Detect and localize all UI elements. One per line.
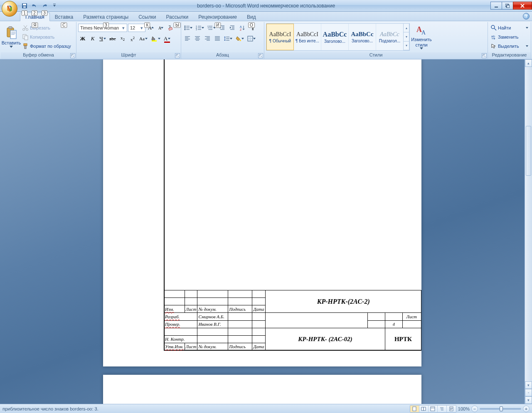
sheet-label: Лист (402, 313, 421, 320)
office-button[interactable]: Ф (2, 1, 17, 17)
view-web-layout[interactable] (429, 406, 438, 412)
tab-review[interactable]: РецензированиеИ (193, 13, 242, 21)
zoom-in-button[interactable]: + (523, 406, 530, 412)
window-controls (491, 2, 532, 10)
shrink-font-button[interactable]: A (156, 23, 165, 32)
style-heading2[interactable]: AaBbCcЗаголово... (349, 24, 376, 50)
numbering-button[interactable]: 123 (195, 23, 205, 32)
qat-save-icon[interactable]: 1 (20, 2, 29, 10)
scroll-down-button[interactable]: ▾ (525, 381, 532, 389)
svg-rect-18 (152, 40, 157, 42)
browse-object-button[interactable]: ◦ (525, 389, 532, 396)
align-justify-button[interactable] (213, 34, 222, 43)
view-print-layout[interactable] (410, 406, 419, 412)
italic-button[interactable]: К (88, 34, 97, 43)
bold-button[interactable]: Ж (78, 34, 87, 43)
minimize-button[interactable] (490, 2, 502, 10)
eraser-icon (167, 25, 174, 31)
status-bar: приблизительное число знаков borders-oo:… (0, 404, 532, 413)
next-page-button[interactable]: ▾ (525, 396, 532, 404)
zoom-slider[interactable] (480, 408, 521, 410)
style-normal[interactable]: AaBbCcI¶ Обычный (266, 24, 294, 50)
title-code-2: КР-НРТК- (2АС-02) (266, 328, 385, 350)
font-color-button[interactable]: A (163, 34, 172, 43)
page-1: КР-НРТК-(2АС-2) Изм.Лист№ докум.ПодписьД… (103, 59, 421, 366)
sheet-number: 4 (385, 320, 402, 328)
find-button[interactable]: Найти (490, 23, 530, 32)
paste-icon (5, 26, 17, 39)
borders-button[interactable] (246, 34, 257, 43)
highlight-button[interactable] (150, 34, 162, 43)
bucket-icon (236, 36, 241, 42)
scroll-thumb[interactable] (526, 126, 531, 176)
maximize-button[interactable] (502, 2, 513, 10)
tab-references[interactable]: СсылкиК (133, 13, 161, 21)
zoom-out-button[interactable]: − (471, 406, 478, 412)
style-heading1[interactable]: AaBbCcЗаголово... (321, 24, 349, 50)
increase-indent-button[interactable] (228, 23, 237, 32)
style-no-spacing[interactable]: AaBbCcI¶ Без инте... (294, 24, 321, 50)
select-button[interactable]: Выделить (490, 42, 530, 51)
view-draft[interactable] (447, 406, 456, 412)
change-styles-button[interactable]: AA Изменить стили (410, 23, 433, 51)
replace-button[interactable]: abЗаменить (490, 32, 530, 42)
styles-gallery[interactable]: AaBbCcI¶ Обычный AaBbCcI¶ Без инте... Aa… (266, 23, 410, 51)
styles-launcher[interactable] (482, 53, 487, 58)
title-code-1: КР-НРТК-(2АС-2) (266, 290, 421, 313)
qat-redo-icon[interactable]: 3 (40, 2, 49, 10)
qat-customize-dropdown[interactable] (50, 2, 59, 10)
group-label: Абзац (216, 52, 229, 57)
gallery-scroll[interactable]: ▴▾▾ (404, 24, 409, 50)
style-subtitle[interactable]: AaBbCcПодзагол... (376, 24, 404, 50)
svg-point-30 (239, 39, 241, 41)
font-launcher[interactable] (175, 53, 180, 58)
superscript-button[interactable]: x2 (128, 34, 137, 43)
svg-point-34 (491, 25, 495, 29)
change-styles-icon: AA (416, 25, 427, 36)
subscript-button[interactable]: x2 (118, 34, 127, 43)
svg-rect-39 (431, 407, 435, 411)
help-button[interactable]: ? (523, 13, 530, 20)
paragraph-launcher[interactable] (258, 53, 263, 58)
tab-view[interactable]: ВидО (242, 13, 261, 21)
clipboard-launcher[interactable] (70, 53, 75, 58)
paste-button[interactable]: Вставить (2, 23, 20, 51)
window-title: borders-oo - Microsoft Word некоммерческ… (197, 3, 335, 9)
close-button[interactable] (513, 2, 532, 10)
svg-rect-4 (53, 4, 56, 4)
group-label: Редактирование (492, 52, 527, 57)
format-painter-button[interactable]: Формат по образцу (21, 42, 75, 51)
org-name: НРТК (385, 328, 421, 350)
group-editing: Найти abЗаменить Выделить Редактирование (488, 22, 531, 59)
strikethrough-button[interactable]: abc (108, 34, 117, 43)
bullets-button[interactable] (183, 23, 194, 32)
tab-page-layout[interactable]: Разметка страницыЗ (78, 13, 133, 21)
svg-rect-9 (9, 27, 12, 29)
scroll-up-button[interactable]: ▴ (525, 59, 532, 67)
qat-undo-icon[interactable]: 2 (30, 2, 39, 10)
tab-insert[interactable]: ВставкаС (50, 13, 79, 21)
numbering-icon: 123 (196, 25, 202, 31)
find-icon (491, 25, 497, 31)
document-pages[interactable]: КР-НРТК-(2АС-2) Изм.Лист№ докум.ПодписьД… (0, 59, 525, 404)
zoom-thumb[interactable] (500, 406, 503, 411)
sort-button[interactable]: AZ (238, 23, 247, 32)
view-outline[interactable] (438, 406, 447, 412)
tab-mailings[interactable]: РассылкиЫ (161, 13, 193, 21)
change-case-button[interactable]: Aa (138, 34, 149, 43)
font-size-combo[interactable]: 12▾ (128, 24, 145, 32)
view-full-screen[interactable] (419, 406, 429, 412)
copy-button[interactable]: Копировать (21, 32, 75, 42)
borders-icon (247, 36, 253, 42)
line-spacing-button[interactable] (223, 34, 234, 43)
align-right-button[interactable] (203, 34, 212, 43)
vertical-scrollbar[interactable]: ▴ ▾ ◦ ▾ (525, 59, 532, 404)
align-center-button[interactable] (193, 34, 202, 43)
brush-icon (22, 43, 29, 49)
svg-text:3: 3 (196, 28, 197, 31)
underline-button[interactable]: Ч (98, 34, 107, 43)
zoom-value[interactable]: 100% (458, 406, 470, 411)
shading-button[interactable] (234, 34, 245, 43)
align-left-button[interactable] (183, 34, 192, 43)
svg-rect-3 (23, 6, 26, 8)
